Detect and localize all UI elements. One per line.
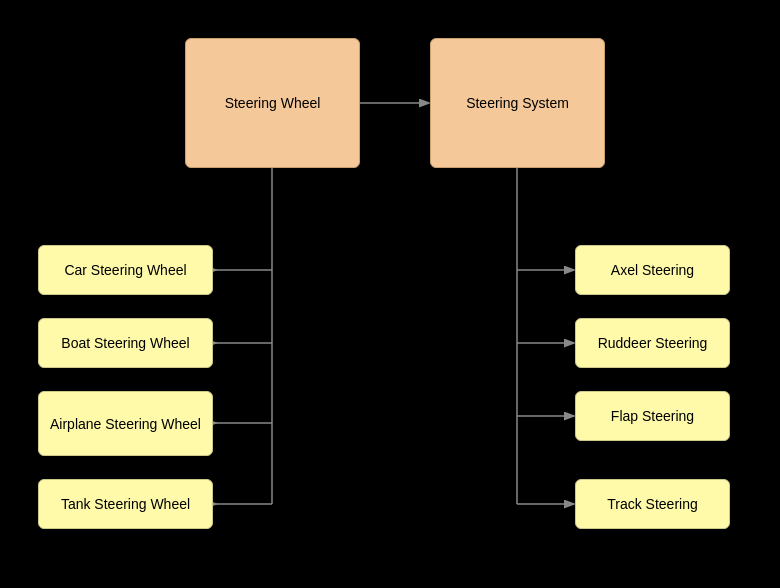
diagram: Steering Wheel Steering System Car Steer…	[0, 0, 780, 588]
boat-steering-node: Boat Steering Wheel	[38, 318, 213, 368]
ruddeer-steering-node: Ruddeer Steering	[575, 318, 730, 368]
car-steering-node: Car Steering Wheel	[38, 245, 213, 295]
axel-steering-node: Axel Steering	[575, 245, 730, 295]
airplane-steering-node: Airplane Steering Wheel	[38, 391, 213, 456]
steering-wheel-node: Steering Wheel	[185, 38, 360, 168]
tank-steering-node: Tank Steering Wheel	[38, 479, 213, 529]
flap-steering-node: Flap Steering	[575, 391, 730, 441]
steering-system-node: Steering System	[430, 38, 605, 168]
track-steering-node: Track Steering	[575, 479, 730, 529]
